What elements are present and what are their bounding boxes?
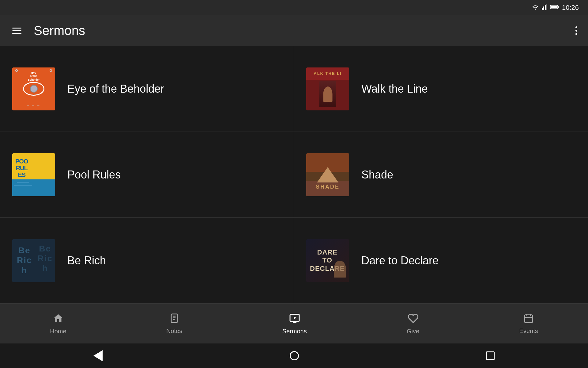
sermon-name-pool-rules: Pool Rules	[67, 168, 121, 181]
status-bar: 10:26	[0, 0, 588, 15]
svg-rect-1	[543, 6, 544, 10]
sermon-name-eye-of-the-beholder: Eye of the Beholder	[67, 82, 164, 95]
recents-icon	[486, 351, 495, 360]
svg-rect-5	[558, 6, 559, 8]
menu-line-3	[12, 33, 21, 34]
svg-rect-2	[545, 5, 546, 10]
sermon-name-walk-the-line: Walk the Line	[361, 82, 428, 95]
sermon-thumbnail-eye-of-the-beholder: Eyeof theBeholder — — —	[12, 67, 55, 110]
svg-rect-0	[542, 8, 543, 10]
nav-label-notes: Notes	[166, 328, 182, 335]
give-icon	[408, 313, 419, 325]
menu-button[interactable]	[9, 25, 24, 37]
sermon-thumbnail-walk-the-line: ALK THE LI	[306, 67, 349, 110]
sermon-name-be-rich: Be Rich	[67, 254, 106, 267]
nav-item-give[interactable]: Give	[401, 310, 425, 338]
wifi-icon	[532, 4, 539, 11]
nav-item-notes[interactable]: Notes	[160, 310, 188, 338]
sermon-thumbnail-shade: SHADE	[306, 153, 349, 196]
back-icon	[93, 350, 103, 361]
system-nav	[0, 343, 588, 368]
signal-icon	[542, 4, 547, 12]
nav-item-events[interactable]: Events	[513, 310, 544, 338]
sermon-item-walk-the-line[interactable]: ALK THE LI Walk the Line	[294, 46, 588, 132]
status-icons: 10:26	[532, 4, 579, 12]
events-icon	[523, 313, 534, 325]
sermon-item-dare-to-declare[interactable]: DARETODECLARE Dare to Declare	[294, 218, 588, 304]
svg-rect-3	[546, 4, 547, 10]
sermon-name-shade: Shade	[361, 168, 393, 181]
bottom-nav: Home Notes Sermons Give Events	[0, 304, 588, 343]
sermon-item-be-rich[interactable]: BeRich BeRich Be Rich	[0, 218, 294, 304]
sermon-item-eye-of-the-beholder[interactable]: Eyeof theBeholder — — — Eye of the Behol…	[0, 46, 294, 132]
sermons-grid: Eyeof theBeholder — — — Eye of the Behol…	[0, 46, 588, 304]
svg-rect-6	[551, 6, 557, 8]
more-dot	[575, 33, 577, 35]
page-title: Sermons	[34, 23, 85, 38]
battery-icon	[550, 5, 559, 11]
sermon-thumbnail-pool-rules: POORULES	[12, 153, 55, 196]
sermon-thumbnail-dare-to-declare: DARETODECLARE	[306, 239, 349, 282]
home-system-icon	[290, 351, 299, 360]
nav-label-sermons: Sermons	[282, 328, 307, 335]
sermon-item-shade[interactable]: SHADE Shade	[294, 132, 588, 218]
nav-item-sermons[interactable]: Sermons	[276, 310, 313, 338]
home-icon	[53, 313, 64, 325]
svg-rect-15	[525, 315, 533, 323]
more-dot	[575, 26, 577, 28]
nav-label-give: Give	[407, 328, 419, 335]
recents-button[interactable]	[486, 351, 495, 360]
eye-graphic	[23, 82, 44, 96]
sermon-thumbnail-be-rich: BeRich BeRich	[12, 239, 55, 282]
back-button[interactable]	[93, 350, 103, 361]
notes-icon	[169, 313, 179, 325]
svg-marker-12	[294, 316, 296, 319]
nav-label-events: Events	[519, 328, 538, 335]
sermon-item-pool-rules[interactable]: POORULES Pool Rules	[0, 132, 294, 218]
more-options-button[interactable]	[574, 25, 579, 36]
status-time: 10:26	[562, 4, 579, 12]
more-dot	[575, 30, 577, 32]
app-bar: Sermons	[0, 15, 588, 46]
sermons-icon	[289, 313, 300, 325]
menu-line-2	[12, 30, 21, 31]
nav-item-home[interactable]: Home	[44, 310, 72, 338]
menu-line-1	[12, 28, 21, 29]
nav-label-home: Home	[50, 328, 66, 335]
sermon-name-dare-to-declare: Dare to Declare	[361, 254, 439, 267]
home-button[interactable]	[290, 351, 299, 360]
